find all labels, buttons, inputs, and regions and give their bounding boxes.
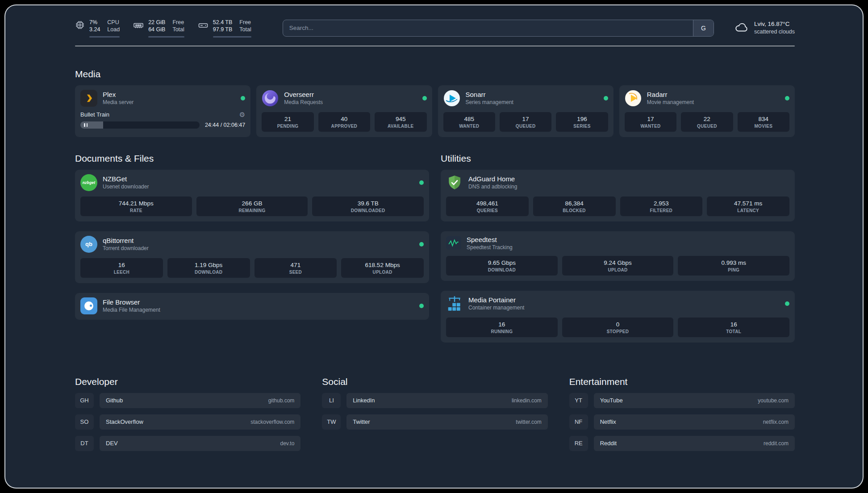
sonarr-icon [443,90,460,107]
cpu-usage-label: CPU [107,19,120,26]
weather-widget: Lviv, 16.87°C scattered clouds [734,20,795,36]
stat-box: 196 SERIES [556,112,608,132]
topbar: 7% 3.24 CPU Load [75,19,795,38]
bookmark-name: Netflix [600,418,616,425]
memory-free-label: Free [172,19,184,26]
cpu-load-value: 3.24 [89,26,100,33]
playback-progress-bar [80,121,200,129]
bookmark-domain: youtube.com [758,397,789,404]
card-subtitle: DNS and adblocking [468,184,517,190]
sonarr-card[interactable]: Sonarr Series management 485 WANTED 17 Q… [438,85,613,137]
qbittorrent-card[interactable]: qb qBittorrent Torrent downloader 16 LEE… [75,231,429,283]
disk-icon [198,20,209,31]
disk-free-value: 52.4 TB [213,19,233,26]
memory-widget: 22 GiB 64 GiB Free Total [133,19,184,38]
stat-box: 17 QUEUED [500,112,551,132]
card-name: qBittorrent [103,237,149,244]
bookmark-abbr: YT [569,393,588,408]
bookmark-domain: github.com [268,397,295,404]
bookmark-youtube[interactable]: YT YouTube youtube.com [569,393,795,408]
radarr-card[interactable]: Radarr Movie management 17 WANTED 22 QUE… [619,85,795,137]
bookmark-netflix[interactable]: NF Netflix netflix.com [569,414,795,430]
stat-box: 16 LEECH [80,258,163,278]
stat-box: 21 PENDING [262,112,313,132]
speedtest-card[interactable]: Speedtest Speedtest Tracking 9.65 Gbps D… [441,231,795,281]
stat-box: 485 WANTED [443,112,495,132]
stat-box: 16 TOTAL [678,318,789,337]
nzbget-card[interactable]: nzbget NZBGet Usenet downloader 744.21 M… [75,170,429,221]
bookmark-stackoverflow[interactable]: SO StackOverflow stackoverflow.com [75,414,300,430]
status-dot [785,96,789,100]
bookmark-name: Twitter [353,418,370,425]
search-input[interactable] [283,20,693,36]
card-name: Sonarr [466,91,513,98]
stat-box: 471 SEED [255,258,337,278]
disk-progress-bar [213,36,251,38]
card-name: Radarr [647,91,694,98]
section-title-utilities: Utilities [441,153,795,164]
bookmark-linkedin[interactable]: LI LinkedIn linkedin.com [322,393,547,408]
plex-card[interactable]: Plex Media server Bullet Train [75,85,250,137]
gear-icon[interactable] [239,111,245,118]
section-title-media: Media [75,69,795,79]
utilities-column: Utilities AdGuard Home [441,153,795,352]
overseerr-card[interactable]: Overseerr Media Requests 21 PENDING 40 A… [256,85,432,137]
card-name: File Browser [103,298,160,306]
status-dot [241,96,245,100]
entertainment-bookmarks: Entertainment YT YouTube youtube.com NF … [569,376,795,457]
disk-total-value: 97.9 TB [213,26,233,33]
stat-box: 16 RUNNING [446,318,558,337]
card-name: Plex [103,91,134,98]
disk-total-label: Total [239,26,251,33]
memory-total-label: Total [172,26,184,33]
adguard-card[interactable]: AdGuard Home DNS and adblocking 498,461 … [441,170,795,221]
cpu-icon [75,20,85,30]
cpu-usage-value: 7% [89,19,100,26]
bookmark-name: DEV [106,440,118,447]
filebrowser-icon [80,297,97,314]
plex-icon [80,90,97,107]
bookmark-reddit[interactable]: RE Reddit reddit.com [569,436,795,451]
stat-box: 834 MOVIES [738,112,789,132]
cloud-icon [734,21,750,35]
filebrowser-card[interactable]: File Browser Media File Management [75,293,429,320]
radarr-icon [625,90,642,107]
status-dot [419,242,424,246]
bookmark-abbr: GH [75,393,94,408]
portainer-card[interactable]: Media Portainer Container management 16 … [441,291,795,343]
pause-button[interactable] [84,123,88,127]
card-subtitle: Usenet downloader [103,184,149,190]
bookmark-github[interactable]: GH Github github.com [75,393,300,408]
stat-box: 22 QUEUED [681,112,733,132]
topbar-divider [75,46,795,46]
weather-condition: scattered clouds [754,28,795,36]
search-provider-button[interactable]: G [693,20,714,36]
card-subtitle: Media File Management [103,307,160,313]
memory-total-value: 64 GiB [148,26,165,33]
bookmark-abbr: SO [75,414,94,430]
stat-box: 2,953 FILTERED [620,196,703,216]
search-bar: G [283,20,714,37]
stat-box: 17 WANTED [625,112,676,132]
bookmark-domain: netflix.com [763,419,789,425]
status-dot [419,304,424,308]
adguard-icon [446,174,463,191]
bookmark-dev[interactable]: DT DEV dev.to [75,436,300,451]
cpu-widget: 7% 3.24 CPU Load [75,19,120,38]
memory-free-value: 22 GiB [148,19,165,26]
bookmark-abbr: RE [569,436,588,451]
status-dot [785,301,789,306]
developer-bookmarks: Developer GH Github github.com SO StackO… [75,376,300,457]
bookmark-name: Reddit [600,440,617,447]
stat-box: 9.65 Gbps DOWNLOAD [446,256,558,276]
bookmark-twitter[interactable]: TW Twitter twitter.com [322,414,547,430]
nzbget-icon: nzbget [80,174,97,191]
speedtest-icon [446,236,461,250]
plex-now-playing: Bullet Train 24:44 / 02:06:47 [80,111,245,129]
cpu-progress-bar [89,36,120,38]
qbittorrent-icon: qb [80,236,97,253]
status-dot [604,96,608,100]
bookmark-abbr: DT [75,436,94,451]
bookmark-name: Github [106,397,123,404]
bookmark-domain: linkedin.com [512,397,542,404]
